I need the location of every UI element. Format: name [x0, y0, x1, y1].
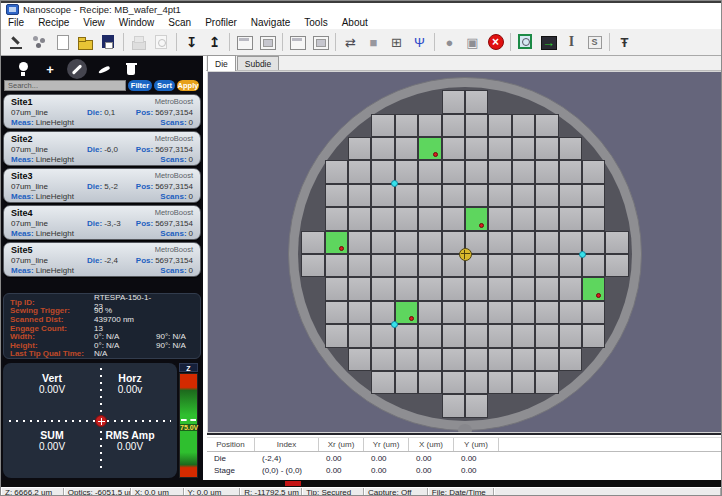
abort-icon[interactable]: × — [485, 32, 506, 52]
wafer-die[interactable] — [605, 231, 628, 254]
image-b-icon[interactable] — [310, 32, 331, 52]
wafer-die[interactable] — [325, 160, 348, 183]
wafer-die[interactable] — [559, 301, 582, 324]
wafer-die[interactable] — [371, 301, 394, 324]
wafer-die[interactable] — [535, 371, 558, 394]
frame-icon[interactable]: ▣ — [462, 32, 483, 52]
microscope-icon[interactable] — [6, 32, 27, 52]
move-icon[interactable]: + — [40, 59, 60, 79]
wafer-die[interactable] — [348, 254, 371, 277]
tab-die[interactable]: Die — [207, 55, 236, 71]
wafer-die[interactable] — [395, 114, 418, 137]
wafer-die[interactable] — [371, 231, 394, 254]
wafer-die-site[interactable] — [582, 277, 605, 300]
wafer-die[interactable] — [348, 160, 371, 183]
wafer-die[interactable] — [559, 254, 582, 277]
wafer-die[interactable] — [348, 301, 371, 324]
wafer-die[interactable] — [442, 348, 465, 371]
wafer-die[interactable] — [465, 160, 488, 183]
wafer-die[interactable] — [582, 231, 605, 254]
wafer-die[interactable] — [605, 254, 628, 277]
wafer-die[interactable] — [442, 394, 465, 417]
wafer-die[interactable] — [348, 277, 371, 300]
wafer-die[interactable] — [582, 301, 605, 324]
wafer-die[interactable] — [559, 137, 582, 160]
wafer-die[interactable] — [465, 90, 488, 113]
tab-subdie[interactable]: Subdie — [237, 56, 279, 70]
engage-icon[interactable]: ↧ — [181, 32, 202, 52]
wafer-die[interactable] — [559, 348, 582, 371]
wafer-die-site[interactable] — [465, 207, 488, 230]
wafer-die[interactable] — [442, 207, 465, 230]
wafer-die[interactable] — [418, 231, 441, 254]
wafer-die[interactable] — [535, 324, 558, 347]
wafer-die[interactable] — [488, 254, 511, 277]
wafer-die[interactable] — [418, 371, 441, 394]
wafer-die[interactable] — [325, 324, 348, 347]
wafer-die[interactable] — [395, 160, 418, 183]
wafer-die[interactable] — [582, 160, 605, 183]
wafer-die[interactable] — [465, 394, 488, 417]
wafer-die[interactable] — [582, 184, 605, 207]
wafer-die[interactable] — [395, 324, 418, 347]
stage-go-icon[interactable]: → — [538, 32, 559, 52]
wafer-die[interactable] — [325, 184, 348, 207]
wafer-die[interactable] — [371, 371, 394, 394]
wafer-die[interactable] — [395, 137, 418, 160]
wafer-die[interactable] — [488, 348, 511, 371]
wafer-die[interactable] — [488, 324, 511, 347]
wafer-die[interactable] — [442, 184, 465, 207]
menu-profiler[interactable]: Profiler — [198, 17, 244, 28]
open-folder-icon[interactable] — [75, 32, 96, 52]
wafer-die[interactable] — [535, 301, 558, 324]
wafer-die[interactable] — [465, 137, 488, 160]
wafer-die[interactable] — [395, 207, 418, 230]
wafer-die[interactable] — [488, 207, 511, 230]
wafer-die[interactable] — [512, 277, 535, 300]
wafer-die[interactable] — [488, 301, 511, 324]
wafer-die[interactable] — [488, 277, 511, 300]
wafer-die[interactable] — [465, 301, 488, 324]
wafer-die[interactable] — [512, 231, 535, 254]
wafer-die[interactable] — [395, 348, 418, 371]
grid-icon[interactable]: ⊞ — [386, 32, 407, 52]
wafer-die[interactable] — [442, 277, 465, 300]
tip-qual-icon[interactable]: Ŧ — [614, 32, 635, 52]
wafer-die[interactable] — [418, 254, 441, 277]
wafer-die[interactable] — [559, 184, 582, 207]
wafer-die[interactable] — [348, 207, 371, 230]
wafer-die[interactable] — [582, 324, 605, 347]
wafer-die[interactable] — [442, 160, 465, 183]
wafer-die[interactable] — [512, 301, 535, 324]
wafer-die[interactable] — [488, 184, 511, 207]
wafer-die[interactable] — [535, 254, 558, 277]
wafer-die[interactable] — [559, 231, 582, 254]
wafer-die[interactable] — [371, 207, 394, 230]
wafer-die[interactable] — [559, 160, 582, 183]
menu-scan[interactable]: Scan — [161, 17, 198, 28]
wafer-die[interactable] — [442, 90, 465, 113]
menu-tools[interactable]: Tools — [297, 17, 334, 28]
menu-window[interactable]: Window — [112, 17, 162, 28]
trash-icon[interactable] — [121, 59, 141, 79]
wafer-die[interactable] — [418, 184, 441, 207]
wafer-die[interactable] — [442, 371, 465, 394]
wafer-die[interactable] — [371, 254, 394, 277]
window-a-icon[interactable] — [234, 32, 255, 52]
wafer-die[interactable] — [418, 301, 441, 324]
menu-view[interactable]: View — [76, 17, 112, 28]
image-a-icon[interactable] — [287, 32, 308, 52]
wafer-die[interactable] — [465, 277, 488, 300]
wafer-die[interactable] — [535, 231, 558, 254]
wafer-die[interactable] — [488, 371, 511, 394]
wafer-die[interactable] — [418, 277, 441, 300]
wafer-die[interactable] — [371, 324, 394, 347]
abort-indicator[interactable] — [285, 481, 301, 486]
wafer-die[interactable] — [512, 371, 535, 394]
wafer-map-icon[interactable] — [515, 32, 536, 52]
menu-navigate[interactable]: Navigate — [244, 17, 297, 28]
gray-square-icon[interactable]: ■ — [363, 32, 384, 52]
wafer-die[interactable] — [488, 231, 511, 254]
wafer-die[interactable] — [465, 348, 488, 371]
wafer-die[interactable] — [559, 207, 582, 230]
